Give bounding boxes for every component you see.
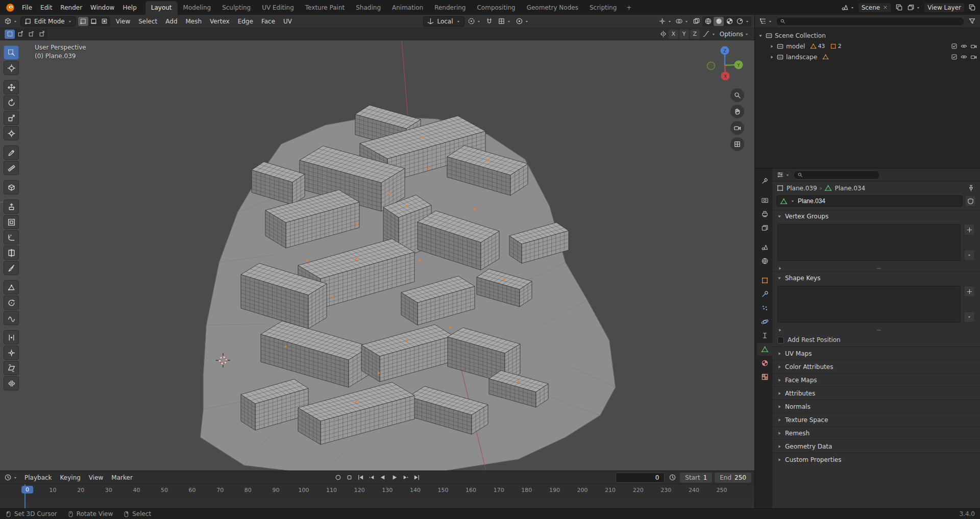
viewport-menu-view[interactable]: View bbox=[112, 16, 134, 27]
panel-attributes[interactable]: Attributes bbox=[772, 386, 980, 400]
view-layer-browse-button[interactable] bbox=[906, 3, 922, 13]
panel-uv-maps[interactable]: UV Maps bbox=[772, 347, 980, 360]
panel-geometry-data[interactable]: Geometry Data bbox=[772, 439, 980, 453]
expand-icon[interactable] bbox=[769, 55, 774, 60]
properties-tab-object[interactable] bbox=[757, 274, 772, 287]
filter-expand-icon[interactable] bbox=[777, 328, 782, 333]
mirror-x-toggle[interactable]: X bbox=[669, 30, 678, 39]
tool-cursor[interactable] bbox=[4, 61, 19, 75]
panel-custom-properties[interactable]: Custom Properties bbox=[772, 453, 980, 466]
tool-rip-region[interactable] bbox=[4, 376, 19, 390]
workspace-tab-shading[interactable]: Shading bbox=[350, 1, 386, 15]
snap-target-button[interactable] bbox=[497, 16, 512, 27]
shading-wireframe-button[interactable] bbox=[703, 17, 713, 26]
add-rest-position-checkbox[interactable] bbox=[777, 337, 784, 343]
tool-add-cube[interactable] bbox=[4, 180, 19, 194]
gizmo-axis-neg-y[interactable] bbox=[707, 62, 715, 70]
viewport-menu-mesh[interactable]: Mesh bbox=[182, 16, 206, 27]
outliner-row-model[interactable]: model 43 2 bbox=[755, 41, 980, 52]
close-icon[interactable] bbox=[883, 5, 888, 10]
shading-material-button[interactable] bbox=[724, 17, 734, 26]
viewport-menu-add[interactable]: Add bbox=[161, 16, 181, 27]
properties-tab-modifiers[interactable] bbox=[757, 288, 772, 301]
overlays-toggle-button[interactable] bbox=[674, 16, 690, 27]
start-frame-field[interactable]: Start 1 bbox=[680, 473, 712, 483]
panel-texture-space[interactable]: Texture Space bbox=[772, 413, 980, 426]
properties-tab-texture[interactable] bbox=[757, 370, 772, 383]
workspace-tab-modeling[interactable]: Modeling bbox=[178, 1, 217, 15]
topbar-menu-window[interactable]: Window bbox=[86, 3, 118, 13]
tool-transform[interactable] bbox=[4, 126, 19, 140]
keying-set-button[interactable] bbox=[344, 473, 354, 483]
vertex-groups-list[interactable] bbox=[777, 224, 961, 261]
select-mode-extend-button[interactable] bbox=[15, 30, 26, 39]
shape-keys-list[interactable] bbox=[777, 286, 961, 323]
properties-tab-output[interactable] bbox=[757, 208, 772, 220]
pin-button[interactable] bbox=[966, 183, 976, 193]
camera-render-icon[interactable] bbox=[970, 43, 977, 50]
xray-toggle-button[interactable] bbox=[691, 16, 701, 27]
falloff-button[interactable] bbox=[701, 29, 717, 39]
properties-tab-view-layer[interactable] bbox=[757, 221, 772, 234]
timeline-ruler[interactable]: 0102030405060708090100110120130140150160… bbox=[0, 484, 754, 497]
eye-icon[interactable] bbox=[961, 54, 967, 60]
select-mode-subtract-button[interactable] bbox=[26, 30, 36, 39]
current-frame-field[interactable]: 0 bbox=[616, 473, 665, 483]
options-button[interactable]: Options bbox=[719, 29, 750, 39]
shading-solid-button[interactable] bbox=[714, 17, 724, 26]
navigation-gizmo[interactable]: Z Y X bbox=[703, 44, 746, 87]
snap-toggle-button[interactable] bbox=[484, 16, 495, 27]
pan-button[interactable] bbox=[730, 105, 744, 118]
jump-to-start-button[interactable] bbox=[355, 473, 365, 483]
workspace-tab-sculpting[interactable]: Sculpting bbox=[216, 1, 256, 15]
face-select-mode-button[interactable] bbox=[100, 17, 110, 26]
properties-tab-scene[interactable] bbox=[757, 241, 772, 254]
pivot-point-button[interactable] bbox=[467, 16, 482, 27]
timeline-menu-playback[interactable]: Playback bbox=[20, 473, 56, 483]
viewport-menu-uv[interactable]: UV bbox=[279, 16, 296, 27]
gizmo-toggle-button[interactable] bbox=[657, 16, 673, 27]
mesh-name-input[interactable] bbox=[798, 197, 959, 205]
timeline-menu-view[interactable]: View bbox=[85, 473, 107, 483]
shading-rendered-button[interactable] bbox=[735, 17, 751, 26]
shape-key-specials-button[interactable] bbox=[964, 311, 975, 323]
properties-tab-render[interactable] bbox=[757, 194, 772, 207]
topbar-menu-help[interactable]: Help bbox=[118, 3, 140, 13]
panel-remesh[interactable]: Remesh bbox=[772, 426, 980, 439]
scene-selector[interactable]: Scene bbox=[858, 3, 892, 13]
scene-browse-button[interactable] bbox=[840, 3, 856, 13]
add-shape-key-button[interactable] bbox=[964, 286, 975, 297]
outliner-search-input[interactable] bbox=[788, 18, 961, 24]
mirror-y-toggle[interactable]: Y bbox=[679, 30, 689, 39]
workspace-tab-scripting[interactable]: Scripting bbox=[584, 1, 622, 15]
edge-select-mode-button[interactable] bbox=[89, 17, 99, 26]
checkbox-icon[interactable] bbox=[951, 43, 958, 50]
workspace-tab-texture-paint[interactable]: Texture Paint bbox=[300, 1, 350, 15]
expand-icon[interactable] bbox=[758, 33, 763, 38]
prev-keyframe-button[interactable] bbox=[366, 473, 377, 483]
tool-measure[interactable] bbox=[4, 161, 19, 175]
panel-face-maps[interactable]: Face Maps bbox=[772, 373, 980, 386]
tool-extrude-region[interactable] bbox=[4, 200, 19, 214]
expand-icon[interactable] bbox=[769, 44, 774, 49]
filter-expand-icon[interactable] bbox=[777, 266, 782, 271]
next-keyframe-button[interactable] bbox=[400, 473, 410, 483]
properties-tab-constraints[interactable] bbox=[757, 329, 772, 342]
tool-select-box[interactable] bbox=[4, 45, 19, 60]
panel-expand-icon[interactable] bbox=[777, 214, 782, 219]
properties-editor-type-button[interactable] bbox=[775, 170, 791, 180]
new-view-layer-button[interactable] bbox=[967, 3, 977, 13]
outliner-row-landscape[interactable]: landscape bbox=[755, 52, 980, 62]
tool-shear[interactable] bbox=[4, 361, 19, 375]
workspace-tab-rendering[interactable]: Rendering bbox=[429, 1, 471, 15]
workspace-tab-compositing[interactable]: Compositing bbox=[471, 1, 521, 15]
tool-spin[interactable] bbox=[4, 295, 19, 310]
properties-search[interactable] bbox=[793, 170, 880, 180]
panel-expand-icon[interactable] bbox=[777, 276, 782, 281]
workspace-tab-uv-editing[interactable]: UV Editing bbox=[256, 1, 300, 15]
select-mode-set-button[interactable] bbox=[5, 30, 15, 39]
mode-select[interactable]: Edit Mode bbox=[20, 16, 76, 27]
timeline-editor-type-button[interactable] bbox=[3, 473, 19, 483]
zoom-button[interactable] bbox=[730, 88, 744, 102]
tool-bevel[interactable] bbox=[4, 230, 19, 244]
